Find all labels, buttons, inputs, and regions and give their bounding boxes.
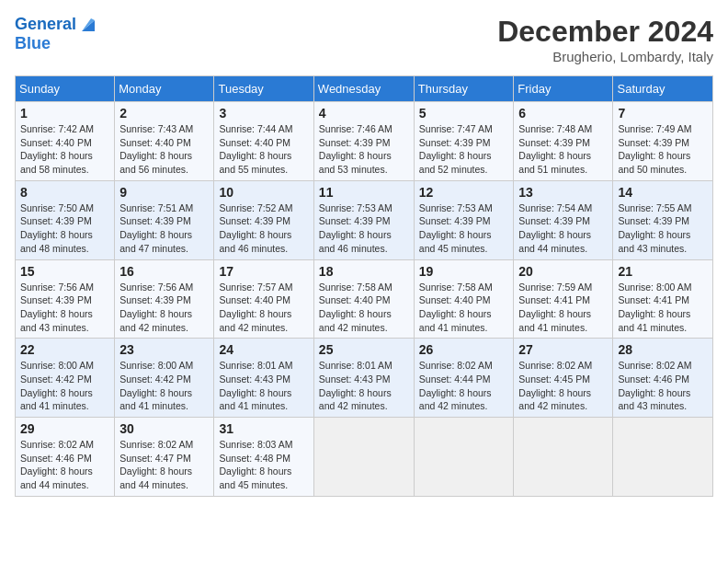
day-info: Sunrise: 7:55 AMSunset: 4:39 PMDaylight:… (618, 202, 691, 254)
calendar-cell: 5Sunrise: 7:47 AMSunset: 4:39 PMDaylight… (414, 102, 514, 181)
day-number: 18 (319, 264, 409, 279)
day-number: 8 (20, 185, 109, 200)
day-number: 25 (319, 342, 409, 357)
day-info: Sunrise: 7:59 AMSunset: 4:41 PMDaylight:… (518, 282, 592, 333)
calendar-cell: 8Sunrise: 7:50 AMSunset: 4:39 PMDaylight… (16, 180, 115, 259)
day-info: Sunrise: 7:58 AMSunset: 4:40 PMDaylight:… (319, 282, 392, 333)
day-info: Sunrise: 8:02 AMSunset: 4:47 PMDaylight:… (119, 439, 193, 490)
calendar-cell: 21Sunrise: 8:00 AMSunset: 4:41 PMDayligh… (613, 259, 713, 339)
calendar-cell: 3Sunrise: 7:44 AMSunset: 4:40 PMDaylight… (214, 102, 313, 181)
day-info: Sunrise: 7:47 AMSunset: 4:39 PMDaylight:… (419, 123, 493, 175)
calendar-cell (313, 418, 414, 497)
weekday-header-tuesday: Tuesday (214, 76, 313, 102)
day-info: Sunrise: 7:50 AMSunset: 4:39 PMDaylight:… (20, 202, 94, 254)
calendar-table: SundayMondayTuesdayWednesdayThursdayFrid… (15, 75, 713, 497)
day-number: 26 (419, 342, 509, 357)
calendar-week-row: 1Sunrise: 7:42 AMSunset: 4:40 PMDaylight… (16, 102, 713, 181)
calendar-cell: 20Sunrise: 7:59 AMSunset: 4:41 PMDayligh… (514, 259, 613, 339)
calendar-cell: 31Sunrise: 8:03 AMSunset: 4:48 PMDayligh… (214, 418, 313, 497)
calendar-cell: 11Sunrise: 7:53 AMSunset: 4:39 PMDayligh… (313, 180, 414, 259)
day-number: 16 (119, 264, 209, 279)
location-subtitle: Brugherio, Lombardy, Italy (497, 49, 713, 64)
day-info: Sunrise: 8:03 AMSunset: 4:48 PMDaylight:… (219, 439, 292, 490)
calendar-cell: 28Sunrise: 8:02 AMSunset: 4:46 PMDayligh… (613, 339, 713, 418)
day-info: Sunrise: 7:43 AMSunset: 4:40 PMDaylight:… (119, 123, 193, 175)
calendar-cell (514, 418, 613, 497)
page-header: General Blue December 2024 Brugherio, Lo… (15, 15, 713, 64)
day-info: Sunrise: 7:52 AMSunset: 4:39 PMDaylight:… (219, 202, 292, 254)
day-info: Sunrise: 7:56 AMSunset: 4:39 PMDaylight:… (20, 282, 94, 333)
day-number: 19 (419, 264, 509, 279)
calendar-cell: 9Sunrise: 7:51 AMSunset: 4:39 PMDaylight… (115, 180, 214, 259)
day-info: Sunrise: 8:02 AMSunset: 4:46 PMDaylight:… (20, 439, 94, 490)
day-number: 7 (618, 106, 708, 121)
day-number: 15 (20, 264, 109, 279)
calendar-week-row: 29Sunrise: 8:02 AMSunset: 4:46 PMDayligh… (16, 418, 713, 497)
day-number: 28 (618, 342, 708, 357)
weekday-header-sunday: Sunday (16, 76, 115, 102)
calendar-cell: 12Sunrise: 7:53 AMSunset: 4:39 PMDayligh… (414, 180, 514, 259)
weekday-header-saturday: Saturday (613, 76, 713, 102)
day-info: Sunrise: 8:00 AMSunset: 4:42 PMDaylight:… (20, 360, 94, 411)
day-info: Sunrise: 8:01 AMSunset: 4:43 PMDaylight:… (319, 360, 392, 411)
calendar-cell: 24Sunrise: 8:01 AMSunset: 4:43 PMDayligh… (214, 339, 313, 418)
weekday-header-wednesday: Wednesday (313, 76, 414, 102)
calendar-cell: 15Sunrise: 7:56 AMSunset: 4:39 PMDayligh… (16, 259, 115, 339)
day-number: 30 (119, 421, 209, 436)
calendar-cell: 14Sunrise: 7:55 AMSunset: 4:39 PMDayligh… (613, 180, 713, 259)
calendar-cell: 7Sunrise: 7:49 AMSunset: 4:39 PMDaylight… (613, 102, 713, 181)
day-number: 13 (518, 185, 608, 200)
day-info: Sunrise: 7:42 AMSunset: 4:40 PMDaylight:… (20, 123, 94, 175)
day-number: 9 (119, 185, 209, 200)
day-number: 5 (419, 106, 509, 121)
day-info: Sunrise: 7:57 AMSunset: 4:40 PMDaylight:… (219, 282, 292, 333)
calendar-header-row: SundayMondayTuesdayWednesdayThursdayFrid… (16, 76, 713, 102)
day-info: Sunrise: 7:56 AMSunset: 4:39 PMDaylight:… (119, 282, 193, 333)
calendar-cell: 13Sunrise: 7:54 AMSunset: 4:39 PMDayligh… (514, 180, 613, 259)
day-info: Sunrise: 8:02 AMSunset: 4:44 PMDaylight:… (419, 360, 493, 411)
weekday-header-monday: Monday (115, 76, 214, 102)
calendar-cell (613, 418, 713, 497)
day-number: 20 (518, 264, 608, 279)
calendar-cell: 27Sunrise: 8:02 AMSunset: 4:45 PMDayligh… (514, 339, 613, 418)
day-number: 4 (319, 106, 409, 121)
calendar-cell: 19Sunrise: 7:58 AMSunset: 4:40 PMDayligh… (414, 259, 514, 339)
day-number: 6 (518, 106, 608, 121)
calendar-cell: 30Sunrise: 8:02 AMSunset: 4:47 PMDayligh… (115, 418, 214, 497)
calendar-cell: 29Sunrise: 8:02 AMSunset: 4:46 PMDayligh… (16, 418, 115, 497)
calendar-week-row: 22Sunrise: 8:00 AMSunset: 4:42 PMDayligh… (16, 339, 713, 418)
logo-icon (78, 15, 98, 35)
month-title: December 2024 (497, 15, 713, 49)
day-info: Sunrise: 8:00 AMSunset: 4:41 PMDaylight:… (618, 282, 691, 333)
day-info: Sunrise: 7:49 AMSunset: 4:39 PMDaylight:… (618, 123, 691, 175)
day-info: Sunrise: 8:01 AMSunset: 4:43 PMDaylight:… (219, 360, 292, 411)
day-number: 21 (618, 264, 708, 279)
calendar-cell: 1Sunrise: 7:42 AMSunset: 4:40 PMDaylight… (16, 102, 115, 181)
day-number: 27 (518, 342, 608, 357)
calendar-cell: 4Sunrise: 7:46 AMSunset: 4:39 PMDaylight… (313, 102, 414, 181)
logo-general: General (15, 16, 76, 34)
calendar-cell: 10Sunrise: 7:52 AMSunset: 4:39 PMDayligh… (214, 180, 313, 259)
day-number: 29 (20, 421, 109, 436)
calendar-cell: 25Sunrise: 8:01 AMSunset: 4:43 PMDayligh… (313, 339, 414, 418)
day-info: Sunrise: 7:44 AMSunset: 4:40 PMDaylight:… (219, 123, 292, 175)
calendar-cell: 16Sunrise: 7:56 AMSunset: 4:39 PMDayligh… (115, 259, 214, 339)
logo: General Blue (15, 15, 98, 53)
calendar-week-row: 8Sunrise: 7:50 AMSunset: 4:39 PMDaylight… (16, 180, 713, 259)
day-info: Sunrise: 7:53 AMSunset: 4:39 PMDaylight:… (419, 202, 493, 254)
day-info: Sunrise: 7:48 AMSunset: 4:39 PMDaylight:… (518, 123, 592, 175)
day-number: 24 (219, 342, 308, 357)
day-number: 12 (419, 185, 509, 200)
weekday-header-thursday: Thursday (414, 76, 514, 102)
day-info: Sunrise: 7:58 AMSunset: 4:40 PMDaylight:… (419, 282, 493, 333)
day-info: Sunrise: 7:53 AMSunset: 4:39 PMDaylight:… (319, 202, 392, 254)
day-number: 31 (219, 421, 308, 436)
day-number: 3 (219, 106, 308, 121)
day-info: Sunrise: 7:46 AMSunset: 4:39 PMDaylight:… (319, 123, 392, 175)
day-number: 14 (618, 185, 708, 200)
day-number: 23 (119, 342, 209, 357)
title-block: December 2024 Brugherio, Lombardy, Italy (497, 15, 713, 64)
calendar-cell (414, 418, 514, 497)
day-info: Sunrise: 8:02 AMSunset: 4:45 PMDaylight:… (518, 360, 592, 411)
calendar-cell: 22Sunrise: 8:00 AMSunset: 4:42 PMDayligh… (16, 339, 115, 418)
